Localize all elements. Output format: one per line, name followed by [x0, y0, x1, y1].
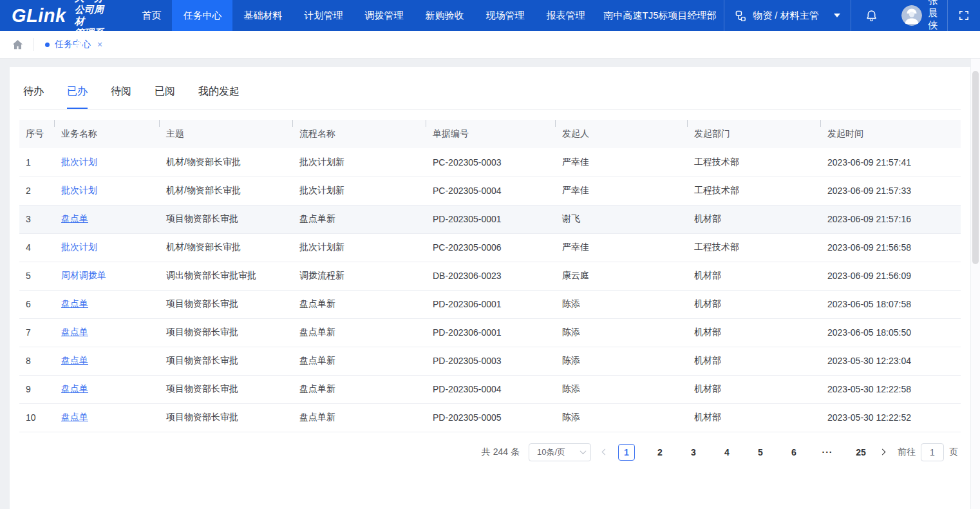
nav-item[interactable]: 首页: [131, 0, 172, 31]
top-navbar: GLink 保利长大一分公司周材 管理系统 首页任务中心基础材料计划管理调拨管理…: [0, 0, 980, 31]
nav-item[interactable]: 现场管理: [475, 0, 535, 31]
tab-item[interactable]: 待阅: [111, 77, 131, 109]
business-name-cell: 批次计划: [55, 148, 160, 177]
doc-link[interactable]: 盘点单: [61, 213, 88, 224]
column-header: 发起时间: [821, 120, 961, 148]
page-number-button[interactable]: 1: [618, 444, 635, 461]
page-number-button[interactable]: 25: [853, 444, 869, 461]
table-cell: 2023-05-30 12:22:52: [821, 403, 961, 432]
jump-page-input[interactable]: [921, 443, 944, 461]
page-number-button[interactable]: 2: [652, 444, 668, 461]
table-cell: 批次计划新: [293, 148, 426, 177]
user-menu[interactable]: 张晨侠: [892, 0, 947, 31]
table-cell: 工程技术部: [688, 148, 821, 177]
table-cell: 调拨流程新: [293, 262, 426, 290]
role-label: 物资 / 材料主管: [753, 10, 819, 22]
nav-menu: 首页任务中心基础材料计划管理调拨管理新购验收现场管理报表管理: [131, 0, 596, 31]
doc-link[interactable]: 盘点单: [61, 298, 88, 309]
column-header: 主题: [160, 120, 293, 148]
nav-item[interactable]: 调拨管理: [353, 0, 414, 31]
table-cell: 机材部: [688, 403, 821, 432]
nav-item[interactable]: 基础材料: [232, 0, 293, 31]
more-pages-button[interactable]: ···: [819, 444, 836, 461]
page-number-button[interactable]: 6: [786, 444, 802, 461]
table-cell: 严幸佳: [556, 233, 688, 262]
doc-link[interactable]: 盘点单: [61, 355, 88, 365]
doc-link[interactable]: 批次计划: [61, 242, 97, 252]
table-cell: 机材部: [688, 318, 821, 347]
table-cell: 2023-05-30 12:22:58: [821, 375, 961, 403]
active-dot-icon: [45, 43, 50, 47]
page-number-button[interactable]: 4: [719, 444, 735, 461]
business-name-cell: 批次计划: [55, 233, 160, 262]
table-cell: 机材部: [688, 262, 821, 290]
fullscreen-button[interactable]: [948, 0, 980, 31]
jump-prefix-label: 前往: [898, 447, 916, 458]
table-cell: 项目物资部长审批: [160, 375, 293, 403]
table-cell: 机材部: [688, 290, 821, 318]
column-header: 流程名称: [293, 120, 426, 148]
page-number-button[interactable]: 5: [752, 444, 769, 461]
table-cell: 机材部: [688, 347, 821, 375]
table-cell: 批次计划新: [293, 233, 426, 262]
avatar: [901, 5, 922, 26]
chevron-left-icon: [602, 449, 608, 456]
task-tabs: 待办已办待阅已阅我的发起: [19, 77, 961, 110]
table-cell: 工程技术部: [688, 233, 821, 262]
page-number-button[interactable]: 3: [685, 444, 702, 461]
doc-link[interactable]: 周材调拨单: [61, 270, 106, 280]
nav-item[interactable]: 新购验收: [414, 0, 475, 31]
doc-link[interactable]: 批次计划: [61, 185, 97, 195]
next-page-button[interactable]: [880, 450, 885, 454]
table-cell: DB-202306-0023: [426, 262, 556, 290]
table-cell: 2023-06-09 21:56:58: [821, 233, 961, 262]
table-cell: 2023-06-09 21:57:41: [821, 148, 961, 177]
table-cell: 机材/物资部长审批: [160, 177, 293, 205]
table-cell: PC-202305-0003: [426, 148, 556, 177]
home-icon[interactable]: [12, 39, 24, 51]
table-row: 2批次计划机材/物资部长审批批次计划新PC-202305-0004严幸佳工程技术…: [19, 177, 961, 205]
nav-item[interactable]: 任务中心: [172, 0, 232, 31]
table-cell: 严幸佳: [556, 177, 688, 205]
tab-item[interactable]: 我的发起: [198, 77, 240, 109]
table-cell: 工程技术部: [688, 177, 821, 205]
tab-item[interactable]: 已阅: [155, 77, 175, 109]
table-cell: 陈添: [556, 375, 688, 403]
page-size-select[interactable]: 10条/页: [529, 443, 591, 461]
doc-link[interactable]: 盘点单: [61, 327, 88, 337]
table-cell: 盘点单新: [293, 318, 426, 347]
table-cell: 陈添: [556, 403, 688, 432]
doc-link[interactable]: 盘点单: [61, 383, 88, 394]
tab-item[interactable]: 待办: [23, 77, 44, 109]
notifications-button[interactable]: [851, 0, 892, 31]
table-cell: 2023-06-09 21:56:09: [821, 262, 961, 290]
task-center-panel: 待办已办待阅已阅我的发起 序号业务名称主题流程名称单据编号发起人发起部门发起时间…: [10, 67, 970, 509]
business-name-cell: 盘点单: [55, 347, 160, 375]
table-cell: 盘点单新: [293, 375, 426, 403]
scrollbar-thumb[interactable]: [972, 71, 979, 264]
table-cell: 2023-06-09 21:57:33: [821, 177, 961, 205]
table-cell: 8: [19, 347, 55, 375]
prev-page-button[interactable]: [603, 450, 607, 454]
role-switcher[interactable]: 物资 / 材料主管: [724, 0, 851, 31]
nav-item[interactable]: 计划管理: [293, 0, 353, 31]
scrollbar-track[interactable]: [971, 59, 980, 509]
column-header: 单据编号: [426, 120, 556, 148]
task-table: 序号业务名称主题流程名称单据编号发起人发起部门发起时间 1批次计划机材/物资部长…: [19, 120, 961, 432]
table-cell: 项目物资部长审批: [160, 205, 293, 233]
table-cell: 2: [19, 177, 55, 205]
total-count-label: 共 244 条: [482, 447, 520, 458]
table-cell: 10: [19, 403, 55, 432]
breadcrumb: 任务中心 ×: [0, 31, 980, 59]
table-cell: PC-202305-0006: [426, 233, 556, 262]
doc-link[interactable]: 批次计划: [61, 157, 97, 167]
business-name-cell: 盘点单: [55, 375, 160, 403]
doc-link[interactable]: 盘点单: [61, 412, 88, 422]
table-cell: 陈添: [556, 318, 688, 347]
table-cell: 严幸佳: [556, 148, 688, 177]
table-cell: PC-202305-0004: [426, 177, 556, 205]
table-cell: PD-202306-0001: [426, 290, 556, 318]
table-cell: 机材/物资部长审批: [160, 148, 293, 177]
nav-item[interactable]: 报表管理: [535, 0, 596, 31]
tab-item[interactable]: 已办: [67, 77, 88, 109]
